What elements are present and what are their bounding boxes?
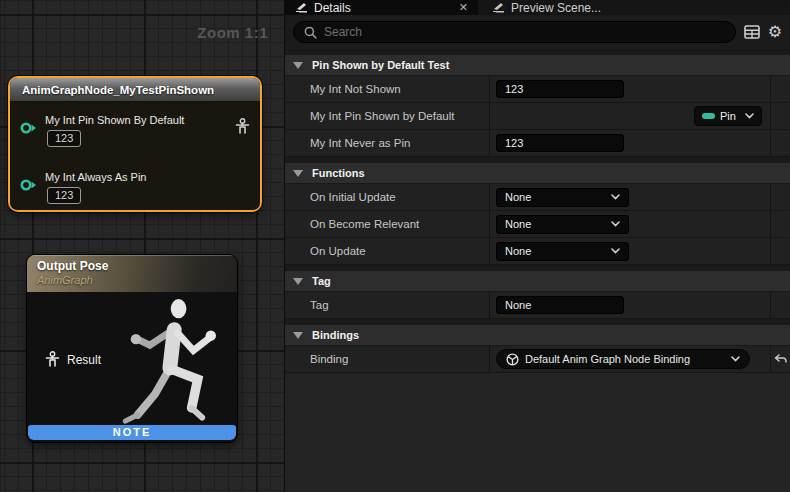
details-tab-pen-icon: [295, 2, 308, 13]
pin-value-field[interactable]: 123: [47, 130, 81, 147]
tab-preview-scene[interactable]: Preview Scene...: [478, 0, 611, 15]
chevron-down-icon: [611, 221, 620, 227]
node-pin-row: My Int Pin Shown By Default 123: [10, 102, 260, 147]
chevron-down-icon: [611, 194, 620, 200]
pin-value-field[interactable]: 123: [47, 187, 81, 204]
result-pin-row[interactable]: Result: [45, 351, 101, 368]
pin-label: My Int Pin Shown By Default: [45, 114, 184, 127]
result-pin-label: Result: [67, 353, 101, 367]
output-pose-header: Output Pose AnimGraph: [27, 255, 237, 292]
binding-sphere-icon: [506, 353, 519, 366]
detail-row: Binding Default Anim Graph Node Binding: [285, 346, 790, 373]
note-bar[interactable]: NOTE: [28, 425, 236, 440]
search-placeholder: Search: [324, 25, 362, 39]
detail-row: My Int Never as Pin: [285, 130, 790, 157]
anim-graph-canvas[interactable]: Zoom 1:1 AnimGraphNode_MyTestPinShown My…: [0, 0, 285, 492]
section-header-pin-shown[interactable]: Pin Shown by Default Test: [285, 55, 790, 76]
pin-label: My Int Always As Pin: [45, 171, 146, 184]
output-pose-subtitle: AnimGraph: [37, 274, 237, 286]
row-label: My Int Not Shown: [285, 83, 489, 95]
exec-pin-icon[interactable]: [20, 122, 37, 134]
chevron-down-icon: [611, 248, 620, 254]
row-label: Tag: [285, 299, 489, 311]
row-label: My Int Never as Pin: [285, 137, 489, 149]
tab-bar: Details ✕ Preview Scene...: [285, 0, 790, 15]
preview-tab-pen-icon: [492, 2, 505, 13]
section-header-functions[interactable]: Functions: [285, 163, 790, 184]
exec-pin-icon[interactable]: [20, 179, 37, 191]
int-value-input[interactable]: [496, 134, 624, 152]
row-label: On Initial Update: [285, 191, 489, 203]
node-pin-row: My Int Always As Pin 123: [10, 159, 260, 204]
detail-row: My Int Not Shown: [285, 76, 790, 103]
pin-capsule-icon: [702, 113, 715, 119]
collapse-triangle-icon: [293, 332, 303, 339]
pose-pin-person-icon: [45, 351, 60, 368]
row-label: On Update: [285, 245, 489, 257]
unreal-anim-graph-editor: Zoom 1:1 AnimGraphNode_MyTestPinShown My…: [0, 0, 790, 492]
int-value-input[interactable]: [496, 80, 624, 98]
output-pose-node[interactable]: Output Pose AnimGraph: [27, 255, 237, 442]
detail-row: On Initial Update None: [285, 184, 790, 211]
mannequin-image: [103, 293, 235, 441]
detail-row: On Update None: [285, 238, 790, 265]
section-header-bindings[interactable]: Bindings: [285, 325, 790, 346]
search-icon: [304, 26, 317, 39]
section-header-tag[interactable]: Tag: [285, 271, 790, 292]
collapse-triangle-icon: [293, 170, 303, 177]
chevron-down-icon: [731, 356, 740, 362]
tab-label: Preview Scene...: [511, 1, 601, 15]
tag-input[interactable]: [496, 296, 624, 314]
detail-row: On Become Relevant None: [285, 211, 790, 238]
tab-label: Details: [314, 1, 351, 15]
zoom-level-label: Zoom 1:1: [197, 24, 268, 41]
collapse-triangle-icon: [293, 278, 303, 285]
pin-dropdown-button[interactable]: Pin: [694, 106, 762, 126]
search-input[interactable]: Search: [293, 21, 736, 43]
function-dropdown[interactable]: None: [496, 188, 629, 207]
reset-to-default-icon[interactable]: [774, 354, 787, 365]
tab-details[interactable]: Details ✕: [285, 0, 478, 15]
collapse-triangle-icon: [293, 62, 303, 69]
row-label: On Become Relevant: [285, 218, 489, 230]
node-title: AnimGraphNode_MyTestPinShown: [10, 78, 260, 102]
details-panel: Details ✕ Preview Scene... Search: [285, 0, 790, 492]
display-filter-icon[interactable]: [744, 25, 760, 39]
close-tab-icon[interactable]: ✕: [459, 1, 468, 14]
detail-row: My Int Pin Shown by Default Pin: [285, 103, 790, 130]
settings-gear-icon[interactable]: ⚙: [768, 24, 782, 40]
detail-row: Tag: [285, 292, 790, 319]
search-row: Search ⚙: [285, 15, 790, 49]
row-label: Binding: [285, 353, 489, 365]
binding-dropdown[interactable]: Default Anim Graph Node Binding: [496, 349, 750, 369]
details-body: Pin Shown by Default Test My Int Not Sho…: [285, 49, 790, 492]
output-pose-title: Output Pose: [37, 259, 237, 273]
pose-watch-icon[interactable]: [235, 118, 250, 135]
function-dropdown[interactable]: None: [496, 242, 629, 261]
function-dropdown[interactable]: None: [496, 215, 629, 234]
row-label: My Int Pin Shown by Default: [285, 110, 489, 122]
chevron-down-icon: [745, 113, 754, 119]
anim-graph-node-selected[interactable]: AnimGraphNode_MyTestPinShown My Int Pin …: [8, 76, 262, 212]
